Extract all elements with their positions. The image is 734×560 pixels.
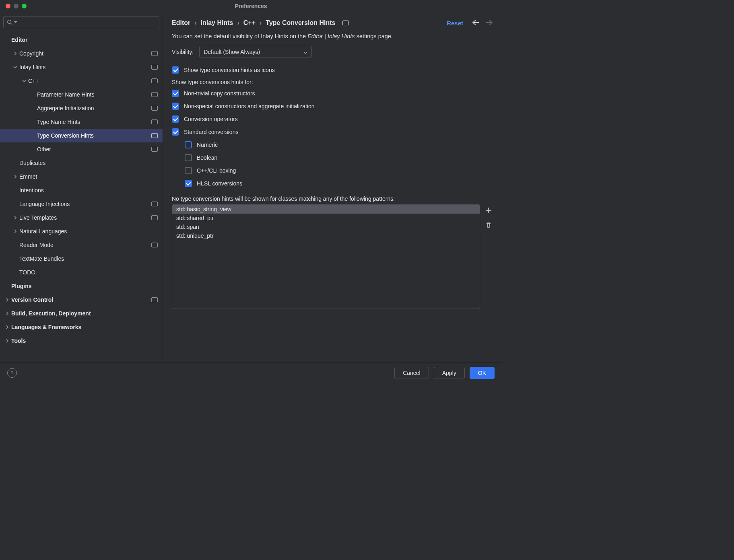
tree-item[interactable]: Reader Mode xyxy=(0,238,163,252)
separate-window-icon[interactable] xyxy=(151,92,158,97)
pattern-row[interactable]: std::unique_ptr xyxy=(172,231,480,240)
help-button[interactable]: ? xyxy=(7,368,17,378)
chevron-right-icon[interactable] xyxy=(4,339,10,343)
opt-label: Standard conversions xyxy=(184,129,238,135)
chevron-down-icon[interactable] xyxy=(21,79,27,83)
tree-item[interactable]: Build, Execution, Deployment xyxy=(0,307,163,320)
add-pattern-button[interactable] xyxy=(484,206,493,215)
separate-window-icon[interactable] xyxy=(151,65,158,70)
svg-line-1 xyxy=(11,23,12,25)
chevron-right-icon[interactable] xyxy=(4,311,10,315)
history-nav xyxy=(472,20,493,27)
separate-window-icon[interactable] xyxy=(151,133,158,138)
separate-window-icon[interactable] xyxy=(342,21,349,25)
checkbox-icon xyxy=(172,115,179,123)
patterns-list[interactable]: std::basic_string_viewstd::shared_ptrstd… xyxy=(172,204,480,309)
chevron-right-icon[interactable] xyxy=(12,216,19,220)
maximize-window-button[interactable] xyxy=(22,4,27,8)
separate-window-icon[interactable] xyxy=(151,119,158,124)
breadcrumb-part[interactable]: Inlay Hints xyxy=(201,19,233,27)
separate-window-icon[interactable] xyxy=(151,215,158,220)
tree-item[interactable]: TODO xyxy=(0,266,163,279)
tree-item[interactable]: Aggregate Initialization xyxy=(0,101,163,115)
pattern-row[interactable]: std::shared_ptr xyxy=(172,214,480,222)
sidebar: EditorCopyrightInlay HintsC++Parameter N… xyxy=(0,12,163,362)
reset-link[interactable]: Reset xyxy=(447,20,463,27)
tree-item-label: Copyright xyxy=(19,50,148,57)
tree-item[interactable]: Version Control xyxy=(0,293,163,307)
tree-item[interactable]: Inlay Hints xyxy=(0,60,163,74)
chevron-right-icon[interactable] xyxy=(12,229,19,233)
cancel-button[interactable]: Cancel xyxy=(394,367,429,379)
tree-item-label: Version Control xyxy=(11,296,148,303)
opt-nonspecial-constructors[interactable]: Non-special constructors and aggregate i… xyxy=(172,100,493,113)
tree-item[interactable]: Intentions xyxy=(0,183,163,197)
chevron-down-icon[interactable] xyxy=(12,65,19,69)
chevron-right-icon[interactable] xyxy=(4,325,10,329)
opt-conversion-operators[interactable]: Conversion operators xyxy=(172,113,493,126)
tree-item[interactable]: Other xyxy=(0,142,163,156)
breadcrumb-part: Type Conversion Hints xyxy=(266,19,335,27)
opt-standard-conversions[interactable]: Standard conversions xyxy=(172,126,493,138)
apply-button[interactable]: Apply xyxy=(434,367,465,379)
tree-item[interactable]: Duplicates xyxy=(0,156,163,170)
tree-item[interactable]: Live Templates xyxy=(0,211,163,224)
remove-pattern-button[interactable] xyxy=(484,220,493,229)
settings-tree[interactable]: EditorCopyrightInlay HintsC++Parameter N… xyxy=(0,31,163,362)
tree-item[interactable]: Parameter Name Hints xyxy=(0,88,163,101)
tree-item-label: Duplicates xyxy=(19,160,158,166)
tree-item[interactable]: Type Name Hints xyxy=(0,115,163,129)
tree-item[interactable]: Emmet xyxy=(0,170,163,183)
forward-button[interactable] xyxy=(486,20,493,27)
chevron-right-icon[interactable] xyxy=(12,175,19,179)
tree-item[interactable]: Language Injections xyxy=(0,197,163,211)
opt-show-as-icons[interactable]: Show type conversion hints as icons xyxy=(172,64,493,76)
tree-item[interactable]: C++ xyxy=(0,74,163,88)
chevron-down-icon xyxy=(303,49,307,55)
minimize-window-button[interactable] xyxy=(14,4,19,8)
tree-item[interactable]: Plugins xyxy=(0,279,163,293)
back-button[interactable] xyxy=(472,20,479,27)
search-icon xyxy=(7,19,12,25)
tree-item-label: Inlay Hints xyxy=(19,64,148,70)
for-label: Show type conversions hints for: xyxy=(172,79,493,85)
intro-prefix: You can set the default visibility of In… xyxy=(172,33,307,39)
ok-button[interactable]: OK xyxy=(470,367,495,379)
opt-label: Non-special constructors and aggregate i… xyxy=(184,103,315,109)
close-window-button[interactable] xyxy=(6,4,10,8)
tree-item-label: Other xyxy=(37,146,148,152)
opt-cli-boxing[interactable]: C++/CLI boxing xyxy=(172,164,493,177)
tree-item-label: Type Conversion Hints xyxy=(37,132,148,139)
separate-window-icon[interactable] xyxy=(151,78,158,83)
tree-item[interactable]: TextMate Bundles xyxy=(0,252,163,266)
tree-item[interactable]: Natural Languages xyxy=(0,224,163,238)
tree-item[interactable]: Editor xyxy=(0,33,163,47)
tree-item[interactable]: Copyright xyxy=(0,47,163,60)
separate-window-icon[interactable] xyxy=(151,106,158,111)
opt-boolean[interactable]: Boolean xyxy=(172,151,493,164)
search-input[interactable] xyxy=(19,19,156,25)
tree-item[interactable]: Type Conversion Hints xyxy=(0,129,163,142)
pattern-row[interactable]: std::span xyxy=(172,222,480,231)
separate-window-icon[interactable] xyxy=(151,297,158,302)
tree-item[interactable]: Languages & Frameworks xyxy=(0,320,163,334)
visibility-select[interactable]: Default (Show Always) xyxy=(199,46,312,58)
titlebar: Preferences xyxy=(0,0,502,12)
opt-numeric[interactable]: Numeric xyxy=(172,138,493,151)
separate-window-icon[interactable] xyxy=(151,202,158,206)
tree-item[interactable]: Tools xyxy=(0,334,163,348)
pattern-row[interactable]: std::basic_string_view xyxy=(172,205,480,214)
breadcrumb-part[interactable]: Editor xyxy=(172,19,190,27)
tree-item-label: Type Name Hints xyxy=(37,119,148,125)
separate-window-icon[interactable] xyxy=(151,51,158,56)
chevron-right-icon[interactable] xyxy=(4,298,10,302)
separate-window-icon[interactable] xyxy=(151,243,158,247)
opt-label: Conversion operators xyxy=(184,116,238,122)
separate-window-icon[interactable] xyxy=(151,147,158,152)
chevron-right-icon[interactable] xyxy=(12,51,19,56)
opt-copy-constructors[interactable]: Non-trivial copy constructors xyxy=(172,87,493,100)
search-field[interactable] xyxy=(3,16,159,28)
chevron-right-icon: › xyxy=(260,19,262,27)
breadcrumb-part[interactable]: C++ xyxy=(243,19,256,27)
opt-hlsl[interactable]: HLSL conversions xyxy=(172,177,493,190)
